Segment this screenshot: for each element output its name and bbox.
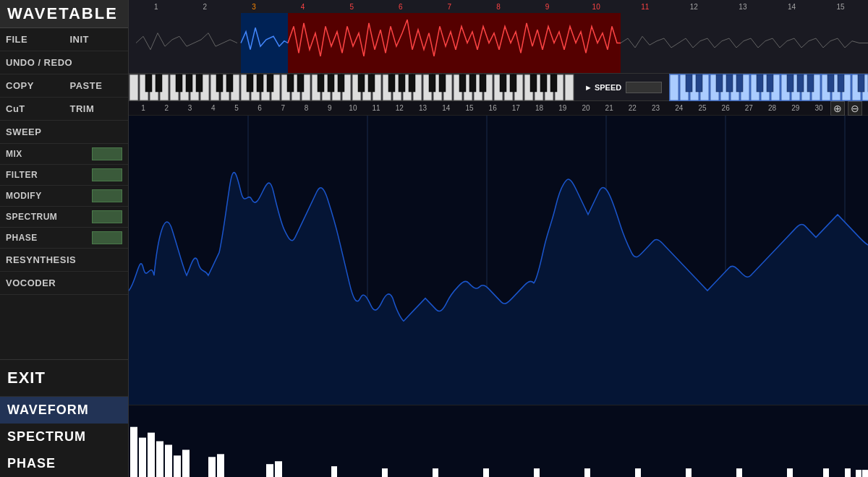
phase-row: PHASE [0, 228, 128, 249]
top-ruler-mark: 2 [181, 3, 230, 11]
svg-rect-112 [767, 74, 773, 92]
mid-ruler-mark: 27 [737, 104, 760, 112]
svg-rect-150 [635, 468, 641, 477]
svg-rect-109 [726, 74, 733, 92]
sidebar-bottom: EXIT WAVEFORM SPECTRUM PHASE [0, 359, 128, 477]
svg-rect-77 [550, 74, 557, 92]
piano-left [129, 74, 577, 101]
mid-ruler-mark: 26 [714, 104, 737, 112]
mid-ruler-mark: 30 [807, 104, 830, 112]
svg-rect-59 [297, 74, 304, 92]
svg-rect-106 [686, 74, 692, 92]
svg-rect-53 [216, 74, 223, 92]
svg-rect-148 [534, 468, 540, 477]
svg-rect-152 [736, 468, 742, 477]
svg-rect-115 [807, 74, 814, 92]
zoom-buttons: ⊕ ⊖ [830, 101, 865, 116]
mid-ruler-mark: 22 [621, 104, 644, 112]
mid-ruler-mark: 16 [481, 104, 504, 112]
svg-rect-57 [267, 74, 273, 92]
filter-label: FILTER [6, 170, 92, 180]
phase-box[interactable] [92, 231, 122, 244]
svg-rect-134 [139, 438, 146, 477]
mid-ruler: 1234567891011121314151617181920212223242… [129, 101, 868, 116]
svg-rect-51 [186, 74, 192, 92]
svg-rect-142 [266, 464, 273, 477]
spectrum-box[interactable] [92, 210, 122, 223]
svg-rect-144 [331, 466, 337, 477]
top-ruler-mark: 10 [571, 3, 621, 11]
init-button[interactable]: INIT [64, 28, 129, 51]
top-ruler-mark: 6 [376, 3, 425, 11]
tab-waveform[interactable]: WAVEFORM [0, 397, 128, 424]
top-ruler-mark: 7 [425, 3, 475, 11]
svg-rect-65 [388, 74, 395, 92]
mid-ruler-mark: 29 [784, 104, 807, 112]
mid-ruler-mark: 8 [294, 104, 318, 112]
vocoder-button[interactable]: VOCODER [0, 272, 128, 295]
wt-overview-area[interactable] [129, 13, 868, 73]
svg-rect-73 [500, 74, 506, 92]
zoom-out-button[interactable]: ⊖ [848, 101, 862, 116]
mid-ruler-mark: 12 [388, 104, 411, 112]
file-button[interactable]: FILE [0, 28, 64, 51]
top-ruler-mark: 12 [670, 3, 719, 11]
copy-button[interactable]: COPY [0, 74, 64, 97]
top-ruler-mark: 4 [278, 3, 328, 11]
main-wave-area[interactable] [129, 116, 868, 405]
mid-ruler-mark: 13 [411, 104, 434, 112]
resynthesis-button[interactable]: RESYNTHESIS [0, 249, 128, 272]
mix-box[interactable] [92, 147, 122, 160]
speed-label: ► SPEED [584, 83, 621, 92]
cut-button[interactable]: CuT [0, 98, 64, 120]
mid-ruler-mark: 24 [668, 104, 691, 112]
mid-ruler-mark: 28 [760, 104, 783, 112]
piano-right [669, 74, 868, 101]
piano-keys-left-svg [129, 74, 577, 101]
svg-rect-140 [208, 457, 216, 477]
svg-rect-64 [368, 74, 375, 92]
svg-rect-108 [716, 74, 723, 92]
paste-button[interactable]: PASTE [64, 74, 129, 97]
svg-rect-60 [318, 74, 324, 92]
svg-rect-155 [845, 468, 851, 477]
svg-rect-147 [483, 468, 489, 477]
top-ruler-mark: 15 [816, 3, 865, 11]
svg-rect-136 [156, 442, 163, 478]
filter-box[interactable] [92, 168, 122, 181]
mix-row: MIX [0, 144, 128, 165]
undo-redo-button[interactable]: UNDO / REDO [0, 51, 128, 74]
svg-rect-70 [459, 74, 466, 92]
modify-box[interactable] [92, 189, 122, 202]
svg-rect-63 [358, 74, 365, 92]
exit-button[interactable]: EXIT [0, 360, 128, 397]
svg-rect-153 [787, 468, 793, 477]
svg-rect-56 [257, 74, 263, 92]
cut-trim-row: CuT TRIM [0, 98, 128, 121]
piano-row: ► SPEED [129, 73, 868, 100]
svg-rect-62 [338, 74, 344, 92]
tab-phase[interactable]: PHASE [0, 450, 128, 477]
phase-label: PHASE [6, 233, 92, 243]
svg-rect-50 [176, 74, 182, 92]
mid-ruler-mark: 18 [527, 104, 550, 112]
svg-rect-154 [823, 468, 829, 477]
top-ruler-mark: 1 [132, 3, 181, 11]
mid-ruler-mark: 15 [458, 104, 481, 112]
spectrum-bars-svg [129, 405, 868, 477]
speed-box[interactable] [626, 82, 662, 93]
tab-spectrum[interactable]: SPECTRUM [0, 424, 128, 450]
svg-rect-116 [827, 74, 834, 92]
mid-ruler-mark: 6 [248, 104, 271, 112]
top-section: 123456789101112131415 [129, 0, 868, 101]
svg-rect-3 [621, 13, 868, 73]
mid-ruler-mark: 2 [155, 104, 178, 112]
svg-rect-71 [469, 74, 476, 92]
svg-rect-135 [148, 433, 155, 477]
trim-button[interactable]: TRIM [64, 98, 129, 120]
sweep-button[interactable]: SWEEP [0, 121, 128, 144]
speed-control: ► SPEED [577, 82, 669, 93]
mid-ruler-mark: 19 [551, 104, 574, 112]
svg-rect-149 [584, 468, 590, 477]
zoom-in-button[interactable]: ⊕ [830, 101, 845, 116]
